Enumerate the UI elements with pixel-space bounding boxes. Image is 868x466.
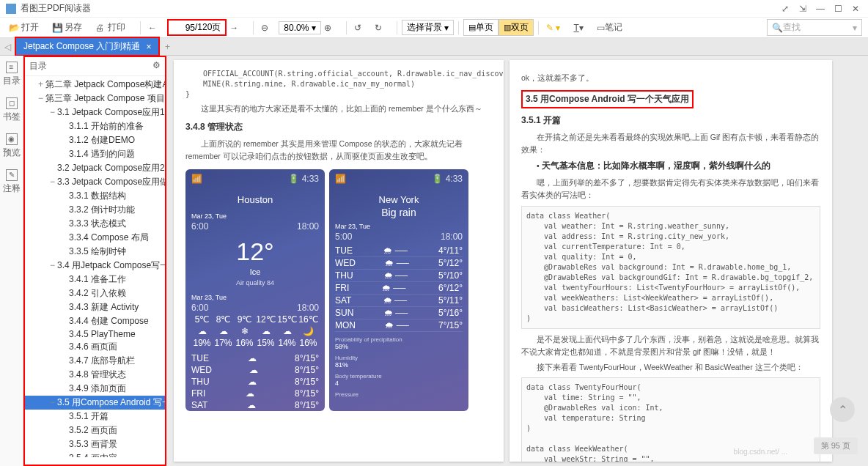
document-tab[interactable]: Jetpack Compose 入门到精通 × [15, 37, 160, 56]
weather-mock-houston: 📶🔋 4:33 Houston Mar 23, Tue 6:0018:00 12… [185, 169, 325, 411]
paragraph: 嗯，上面列举的差不多了，想要数据肯定得先有实体类来存放数据吧，咱们来看看实体类的… [521, 177, 820, 201]
app-icon [6, 4, 16, 14]
next-page-button[interactable]: → [227, 21, 241, 34]
save-as-button[interactable]: 💾另存 [49, 20, 85, 35]
caret-down-icon: ▾ [853, 23, 857, 33]
close-button[interactable]: ✕ [849, 2, 862, 15]
outline-item[interactable]: 3.4.5 PlayTheme [25, 328, 165, 340]
double-page-button[interactable]: ▥ 双页 [499, 19, 534, 36]
maximize-button[interactable]: ☐ [831, 2, 845, 15]
document-view[interactable]: OFFICIAL_ACCOUNT(R.string.official_accou… [166, 56, 868, 466]
toc-panel-button[interactable]: ≡目录 [3, 62, 21, 87]
print-icon: 🖨 [95, 23, 106, 33]
outline-item[interactable]: 3.1.2 创建DEMO [25, 133, 165, 147]
page-total: /120页 [195, 21, 221, 34]
outline-item[interactable]: −3.1 Jetpack Compose应用1 [25, 106, 165, 119]
single-page-button[interactable]: ▤ 单页 [463, 19, 499, 36]
outline-item[interactable]: 3.3.5 绘制时钟 [25, 245, 165, 259]
outline-item[interactable]: 3.4.7 底部导航栏 [25, 354, 165, 368]
tab-close-button[interactable]: × [146, 42, 151, 52]
outline-item[interactable]: −第三章 Jetpack Compose 项目实战 [25, 92, 165, 106]
outline-item[interactable]: 3.4.4 创建 Compose [25, 314, 165, 328]
outline-item[interactable]: 3.2 Jetpack Compose应用2 [25, 161, 165, 175]
preview-panel-button[interactable]: ◉预览 [3, 133, 21, 159]
outline-item[interactable]: 3.3.3 状态模式 [25, 217, 165, 231]
background-select[interactable]: 选择背景 ▾ [402, 20, 454, 35]
scroll-top-button[interactable]: ⌃ [830, 397, 855, 422]
add-tab-button[interactable]: + [160, 42, 174, 52]
rotate-right-button[interactable]: ↻ [372, 21, 385, 34]
outline-item[interactable]: +第二章 Jetpack Compose构建Andro [25, 78, 165, 92]
outline-item[interactable]: 3.1.1 开始前的准备 [25, 119, 165, 133]
search-input[interactable]: 🔍 查找▾ [767, 19, 862, 36]
outline-tree: +第二章 Jetpack Compose构建Andro−第三章 Jetpack … [25, 76, 165, 457]
outline-item[interactable]: 3.3.2 倒计时功能 [25, 203, 165, 217]
outline-item[interactable]: 3.4.2 引入依赖 [25, 286, 165, 300]
folder-icon: 📂 [9, 23, 19, 33]
zoom-select[interactable]: 80.0% ▾ [279, 21, 320, 34]
separator [140, 21, 141, 34]
separator [346, 21, 347, 34]
save-icon: 💾 [52, 23, 62, 33]
bullet: • 天气基本信息：比如降水概率啊，湿度啊，紫外线啊什么的 [537, 160, 820, 172]
outline-item[interactable]: −3.3 Jetpack Compose应用做一个 [25, 175, 165, 189]
heading: 3.5.1 开篇 [521, 114, 820, 127]
bookmark-panel-button[interactable]: ◻书签 [3, 97, 21, 123]
outline-item[interactable]: 3.4.9 添加页面 [25, 382, 165, 396]
highlight-button[interactable]: ✎ ▾ [543, 21, 563, 34]
page-right: ok，这就差不多了。 3.5 用Compose Android 写一个天气应用 … [510, 60, 832, 462]
outline-item[interactable]: 3.3.4 Compose 布局 [25, 231, 165, 245]
separator [397, 21, 397, 34]
outline-item[interactable]: 3.5.4 画内容 [25, 451, 165, 457]
page-left: OFFICIAL_ACCOUNT(R.string.official_accou… [174, 60, 504, 462]
outline-item[interactable]: 3.5.2 画页面 [25, 424, 165, 437]
outline-item[interactable]: −3.5 用Compose Android 写一个 [25, 396, 165, 410]
zoom-out-button[interactable]: ⊖ [258, 21, 271, 34]
page-input-box[interactable]: /120页 [167, 19, 227, 36]
paragraph: 在开搞之前还是先来看看最终的实现效果吧,上面 Gif 图有点卡顿，来看看静态的效… [521, 131, 820, 156]
outline-item[interactable]: 3.5.3 画背景 [25, 437, 165, 451]
note-icon: ✎ [6, 169, 18, 181]
separator [538, 21, 539, 34]
paragraph: 接下来看看 TwentyFourHour，WeekWeather 和 Basic… [521, 361, 820, 374]
caret-down-icon: ▾ [444, 23, 449, 33]
hourly-section: Mar 23, Tue 6:0018:00 5℃8℃9℃12℃15℃16℃ ☁☁… [191, 294, 319, 348]
caret-down-icon: ▾ [312, 23, 316, 33]
heading: 3.4.8 管理状态 [185, 121, 492, 133]
print-button[interactable]: 🖨打印 [92, 20, 128, 35]
outline-item[interactable]: 3.4.3 新建 Activity [25, 300, 165, 314]
zoom-in-button[interactable]: ⊕ [321, 21, 334, 34]
outline-item[interactable]: 3.3.1 数据结构 [25, 189, 165, 203]
outline-item[interactable]: 3.1.4 遇到的问题 [25, 147, 165, 161]
watermark: blog.csdn.net/ ... [734, 448, 787, 456]
paragraph: 是不是发现上面代码中多了几个东西，没事，别着急，这就说是啥意思。就算我不说大家肯… [521, 333, 820, 358]
win-fullscreen-icon[interactable]: ⇲ [796, 2, 809, 15]
heading: 3.5 用Compose Android 写一个天气应用 [521, 90, 694, 108]
open-button[interactable]: 📂打开 [6, 20, 42, 35]
app-title: 看图王PDF阅读器 [21, 2, 774, 15]
outline-sidebar: 目录⚙ +第二章 Jetpack Compose构建Andro−第三章 Jetp… [23, 56, 166, 466]
paragraph: ok，这就差不多了。 [521, 72, 820, 84]
note-button[interactable]: ▭ 笔记 [594, 20, 625, 35]
page-badge: 第 95 页 [814, 437, 858, 454]
outline-item[interactable]: 3.5.1 开篇 [25, 410, 165, 424]
outline-item[interactable]: −3.4 用Jetpack Compose写一个玩 [25, 259, 165, 273]
minimize-button[interactable]: — [814, 2, 827, 15]
tab-label: Jetpack Compose 入门到精通 [23, 40, 140, 53]
annotation-panel-button[interactable]: ✎注释 [3, 169, 21, 195]
win-expand-icon[interactable]: ⤢ [779, 2, 792, 15]
text-tool-button[interactable]: T ▾ [570, 21, 586, 34]
outline-item[interactable]: 3.4.8 管理状态 [25, 368, 165, 382]
sidebar-title: 目录 [29, 60, 47, 73]
rotate-left-button[interactable]: ↺ [351, 21, 364, 34]
tab-prev-button[interactable]: ◁ [0, 42, 15, 52]
prev-page-button[interactable]: ← [145, 21, 160, 34]
separator [253, 21, 254, 34]
code-block: OFFICIAL_ACCOUNT(R.string.official_accou… [185, 69, 492, 100]
outline-item[interactable]: 3.4.1 准备工作 [25, 273, 165, 286]
page-current-input[interactable] [173, 23, 195, 33]
gear-icon[interactable]: ⚙ [152, 60, 161, 73]
paragraph: 上面所说的 remember 其实是用来管理 Compose 的状态的，大家就先… [185, 138, 492, 163]
list-icon: ≡ [6, 62, 18, 73]
outline-item[interactable]: 3.4.6 画页面 [25, 340, 165, 354]
